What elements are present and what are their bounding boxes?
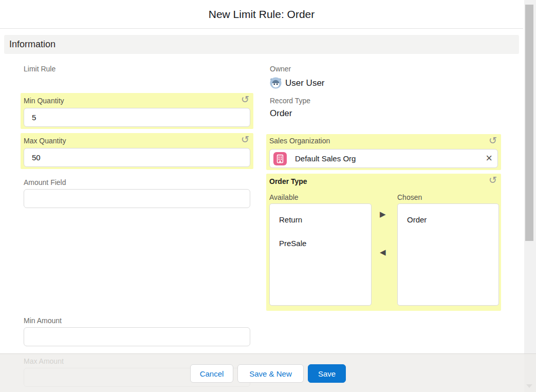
sales-organization-value: Default Sales Org [295,150,356,167]
min-quantity-label: Min Quantity [24,97,64,105]
max-quantity-field-group: Max Quantity ↺ [21,133,253,169]
vertical-scrollbar[interactable] [524,0,536,392]
amount-field-label: Amount Field [24,178,66,186]
max-quantity-label: Max Quantity [24,137,66,145]
section-title: Information [4,35,519,54]
move-right-icon[interactable]: ▶ [380,210,386,219]
amount-field-input[interactable] [24,189,250,208]
order-type-field-group: Order Type ↺ Available Chosen Return Pre… [266,174,501,311]
undo-icon[interactable]: ↺ [241,94,249,105]
available-listbox[interactable]: Return PreSale [269,203,372,306]
save-button[interactable]: Save [308,364,346,383]
min-amount-label: Min Amount [24,316,62,325]
scrollbar-thumb[interactable] [525,5,533,241]
owner-value-row: User User [270,77,325,89]
chosen-listbox[interactable]: Order [397,203,499,306]
owner-label: Owner [270,65,291,73]
chosen-label: Chosen [397,193,422,201]
sales-organization-field-group: Sales Organization ↺ Default Sales Org × [266,134,501,170]
modal-title: New Limit Rule: Order [0,0,523,28]
record-type-label: Record Type [270,97,310,105]
sales-organization-label: Sales Organization [269,137,330,145]
cancel-button[interactable]: Cancel [190,364,233,383]
limit-rule-label: Limit Rule [24,65,56,73]
new-limit-rule-modal: New Limit Rule: Order Information Limit … [0,0,536,392]
record-type-value: Order [270,108,292,119]
list-option[interactable]: Return [279,215,362,224]
organization-icon [273,152,287,165]
min-quantity-input[interactable] [24,108,250,127]
save-and-new-button[interactable]: Save & New [237,364,304,383]
order-type-label: Order Type [269,177,307,185]
undo-icon[interactable]: ↺ [241,134,249,145]
list-option[interactable]: Order [407,215,489,224]
user-avatar-icon [270,77,282,89]
available-label: Available [269,193,299,201]
undo-icon[interactable]: ↺ [489,174,497,185]
owner-value[interactable]: User User [285,78,325,88]
list-option[interactable]: PreSale [279,239,362,248]
sales-organization-lookup[interactable]: Default Sales Org × [269,149,498,168]
move-left-icon[interactable]: ◀ [380,248,386,257]
undo-icon[interactable]: ↺ [489,135,497,146]
modal-footer: Cancel Save & New Save [0,353,536,392]
information-section-header: Information [4,35,519,54]
max-quantity-input[interactable] [24,148,250,167]
modal-header: New Limit Rule: Order [0,0,523,29]
min-amount-input[interactable] [24,327,250,346]
min-quantity-field-group: Min Quantity ↺ [21,93,253,129]
clear-selection-icon[interactable]: × [486,150,492,166]
